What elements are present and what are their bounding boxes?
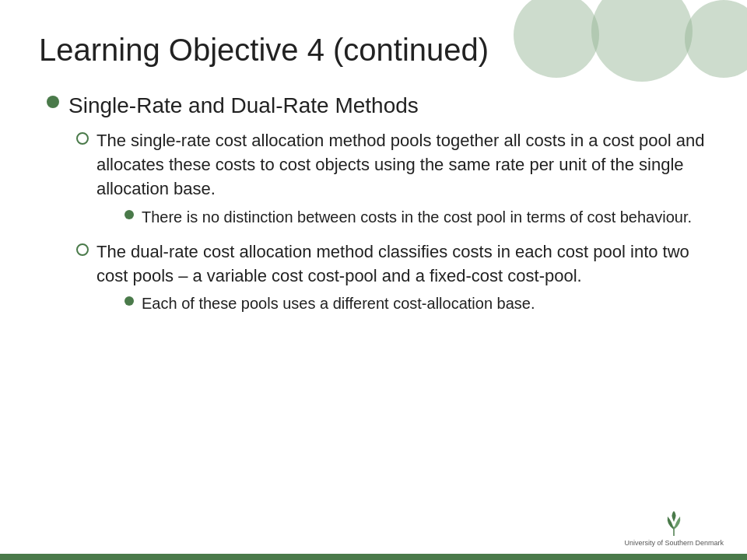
circle-1 — [514, 0, 599, 78]
decorative-circles — [506, 0, 747, 117]
sub-sub-bullet-2: Each of these pools uses a different cos… — [124, 292, 708, 314]
sub-sub-items-2: Each of these pools uses a different cos… — [124, 292, 708, 314]
sub-bullet-2: The dual-rate cost allocation method cla… — [76, 240, 708, 320]
sub-sub-items-1: There is no distinction between costs in… — [124, 206, 708, 228]
sub-bullet-1-icon — [76, 132, 89, 145]
slide: Learning Objective 4 (continued) Single-… — [0, 0, 747, 560]
sub-bullet-2-content: The dual-rate cost allocation method cla… — [96, 240, 708, 320]
sub-sub-bullet-2-icon — [124, 296, 134, 306]
university-logo: University of Southern Denmark — [624, 506, 724, 548]
sub-sub-bullet-1-icon — [124, 210, 134, 219]
sub-bullet-1: The single-rate cost allocation method p… — [76, 129, 708, 232]
main-bullet-text: Single-Rate and Dual-Rate Methods — [68, 92, 419, 120]
sub-bullet-2-icon — [76, 243, 89, 256]
sub-items: The single-rate cost allocation method p… — [76, 129, 708, 319]
sub-sub-bullet-2-text: Each of these pools uses a different cos… — [142, 292, 535, 314]
sub-bullet-2-text: The dual-rate cost allocation method cla… — [96, 242, 689, 285]
main-bullet-icon — [47, 96, 59, 108]
logo-leaf-icon — [658, 506, 689, 537]
sub-bullet-1-content: The single-rate cost allocation method p… — [96, 129, 708, 232]
circle-3 — [685, 0, 747, 78]
sub-bullet-1-text: The single-rate cost allocation method p… — [96, 131, 704, 198]
logo-text: University of Southern Denmark — [624, 539, 724, 548]
bottom-bar — [0, 554, 747, 560]
slide-content: Single-Rate and Dual-Rate Methods The si… — [39, 92, 708, 319]
sub-sub-bullet-1: There is no distinction between costs in… — [124, 206, 708, 228]
circle-2 — [591, 0, 693, 82]
sub-sub-bullet-1-text: There is no distinction between costs in… — [142, 206, 692, 228]
